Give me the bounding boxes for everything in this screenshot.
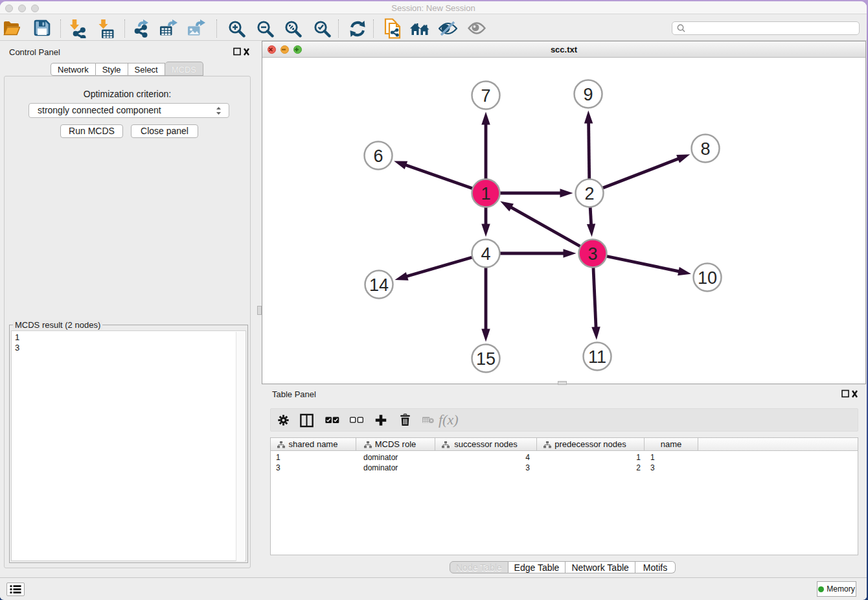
svg-text:11: 11 xyxy=(588,347,606,367)
svg-text:9: 9 xyxy=(583,85,593,104)
svg-text:6: 6 xyxy=(373,146,383,166)
svg-text:10: 10 xyxy=(698,268,717,288)
svg-text:8: 8 xyxy=(700,139,710,159)
svg-text:7: 7 xyxy=(481,86,490,106)
svg-text:4: 4 xyxy=(481,244,490,264)
svg-text:14: 14 xyxy=(369,275,389,295)
svg-text:3: 3 xyxy=(588,244,597,264)
svg-text:15: 15 xyxy=(476,349,496,369)
svg-text:2: 2 xyxy=(584,184,594,203)
svg-text:1: 1 xyxy=(481,184,490,203)
